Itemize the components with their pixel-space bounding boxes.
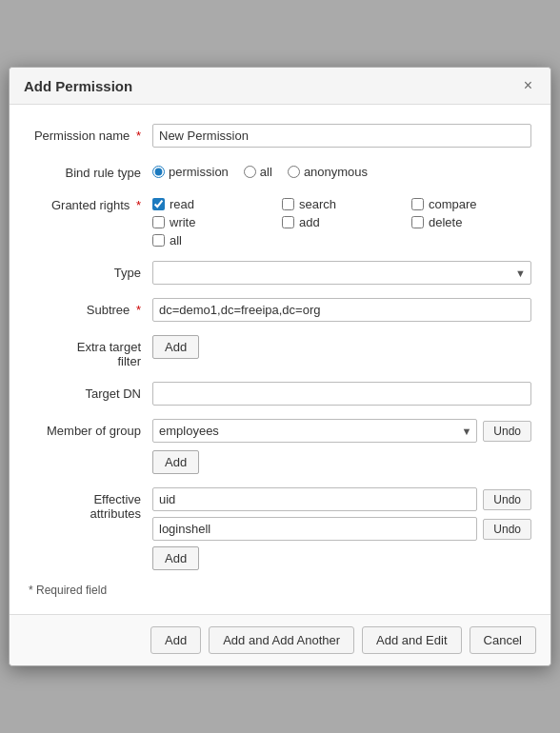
member-row: employees ▼ Undo	[152, 419, 531, 443]
required-star: *	[136, 129, 141, 143]
add-permission-dialog: Add Permission × Permission name * Bind …	[9, 67, 551, 666]
type-label: Type	[29, 261, 152, 280]
granted-rights-control: read search compare write	[152, 193, 531, 248]
effective-attr-loginshell-row: Undo	[152, 517, 531, 541]
bind-rule-label: Bind rule type	[29, 161, 152, 180]
rights-checkboxes: read search compare write	[152, 193, 531, 248]
subtree-label: Subtree *	[29, 298, 152, 317]
subtree-row: Subtree *	[29, 298, 531, 322]
checkbox-write-input[interactable]	[152, 216, 165, 228]
checkbox-add-input[interactable]	[282, 216, 294, 228]
radio-all-input[interactable]	[244, 166, 256, 178]
checkbox-search[interactable]: search	[282, 197, 402, 211]
checkbox-add[interactable]: add	[282, 215, 402, 229]
subtree-control	[152, 298, 531, 322]
required-star-3: *	[136, 303, 141, 317]
bind-rule-row: Bind rule type permission all anonymous	[29, 161, 531, 180]
effective-attributes-label: Effective attributes	[29, 487, 152, 521]
add-button[interactable]: Add	[150, 626, 201, 654]
required-star-2: *	[136, 198, 141, 212]
target-dn-row: Target DN	[29, 382, 531, 406]
checkbox-compare[interactable]: compare	[411, 197, 531, 211]
checkbox-all[interactable]: all	[152, 233, 272, 248]
dialog-title: Add Permission	[24, 78, 132, 94]
permission-name-input[interactable]	[152, 124, 531, 148]
target-dn-label: Target DN	[29, 382, 152, 401]
dialog-body: Permission name * Bind rule type permiss…	[10, 105, 550, 614]
member-group-select[interactable]: employees	[152, 419, 477, 443]
type-select[interactable]	[152, 261, 531, 285]
member-add-button[interactable]: Add	[152, 450, 199, 474]
extra-filter-control: Add	[152, 335, 531, 359]
checkbox-delete[interactable]: delete	[411, 215, 531, 229]
effective-attr-uid-undo-button[interactable]: Undo	[483, 489, 531, 510]
member-of-group-control: employees ▼ Undo Add	[152, 419, 531, 474]
subtree-input[interactable]	[152, 298, 531, 322]
permission-name-row: Permission name *	[29, 124, 531, 148]
dialog-header: Add Permission ×	[10, 68, 550, 105]
effective-add-button[interactable]: Add	[152, 546, 199, 570]
checkbox-read-input[interactable]	[152, 198, 165, 210]
effective-attr-uid-row: Undo	[152, 487, 531, 511]
add-and-edit-button[interactable]: Add and Edit	[362, 626, 461, 654]
permission-name-control	[152, 124, 531, 148]
effective-attr-loginshell-undo-button[interactable]: Undo	[483, 519, 531, 540]
radio-all[interactable]: all	[244, 165, 272, 179]
target-dn-control	[152, 382, 531, 406]
add-and-add-another-button[interactable]: Add and Add Another	[209, 626, 354, 654]
required-note: * Required field	[29, 584, 531, 597]
member-add-row: Add	[152, 450, 531, 474]
effective-attributes-control: Undo Undo Add	[152, 487, 531, 570]
checkbox-search-input[interactable]	[282, 198, 294, 210]
bind-rule-options: permission all anonymous	[152, 161, 531, 179]
permission-name-label: Permission name *	[29, 124, 152, 143]
extra-filter-row: Extra target filter Add	[29, 335, 531, 368]
effective-attr-loginshell-input[interactable]	[152, 517, 477, 541]
extra-filter-label: Extra target filter	[29, 335, 152, 368]
member-group-undo-button[interactable]: Undo	[483, 421, 531, 442]
radio-permission-input[interactable]	[152, 166, 165, 178]
type-row: Type ▼	[29, 261, 531, 285]
checkbox-write[interactable]: write	[152, 215, 272, 229]
granted-rights-row: Granted rights * read search compare	[29, 193, 531, 248]
dialog-footer: Add Add and Add Another Add and Edit Can…	[10, 614, 550, 665]
checkbox-delete-input[interactable]	[411, 216, 424, 228]
checkbox-read[interactable]: read	[152, 197, 272, 211]
radio-anonymous-input[interactable]	[288, 166, 300, 178]
type-select-wrapper: ▼	[152, 261, 531, 285]
target-dn-input[interactable]	[152, 382, 531, 406]
cancel-button[interactable]: Cancel	[470, 626, 536, 654]
extra-filter-add-button[interactable]: Add	[152, 335, 199, 359]
effective-attr-uid-input[interactable]	[152, 487, 477, 511]
member-group-select-wrapper: employees ▼	[152, 419, 477, 443]
radio-permission[interactable]: permission	[152, 165, 229, 179]
member-of-group-row: Member of group employees ▼ Undo Add	[29, 419, 531, 474]
member-of-group-label: Member of group	[29, 419, 152, 438]
close-button[interactable]: ×	[520, 77, 536, 94]
effective-add-row: Add	[152, 546, 531, 570]
radio-anonymous[interactable]: anonymous	[288, 165, 368, 179]
granted-rights-label: Granted rights *	[29, 193, 152, 212]
checkbox-all-input[interactable]	[152, 234, 165, 247]
effective-attributes-row: Effective attributes Undo Undo Add	[29, 487, 531, 570]
checkbox-compare-input[interactable]	[411, 198, 424, 210]
